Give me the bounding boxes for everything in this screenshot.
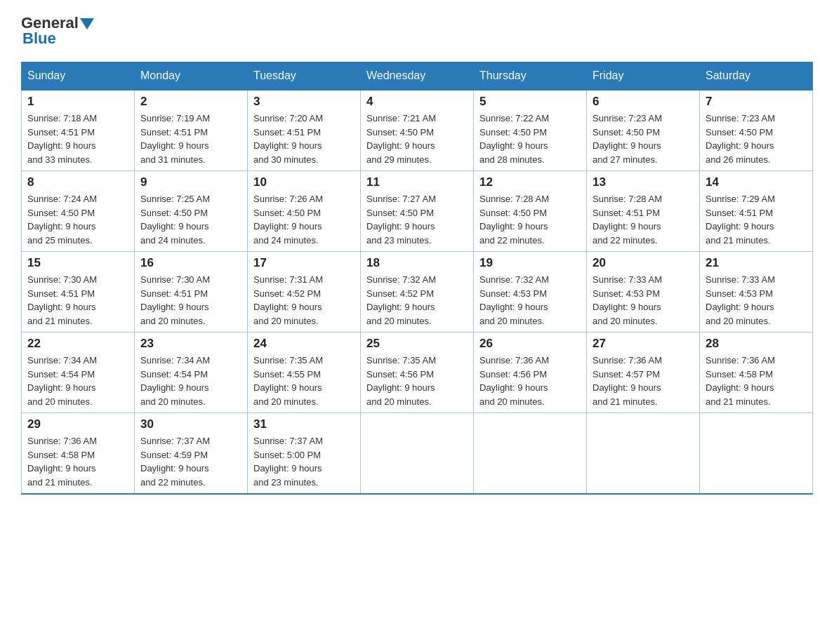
calendar-day-cell bbox=[474, 413, 587, 495]
day-number: 22 bbox=[27, 337, 128, 351]
calendar-day-cell: 25Sunrise: 7:35 AMSunset: 4:56 PMDayligh… bbox=[361, 333, 474, 413]
day-info: Sunrise: 7:27 AMSunset: 4:50 PMDaylight:… bbox=[366, 192, 468, 247]
day-number: 7 bbox=[706, 95, 807, 109]
calendar-table: SundayMondayTuesdayWednesdayThursdayFrid… bbox=[21, 62, 813, 495]
calendar-week-row: 8Sunrise: 7:24 AMSunset: 4:50 PMDaylight… bbox=[22, 171, 813, 252]
day-info: Sunrise: 7:30 AMSunset: 4:51 PMDaylight:… bbox=[27, 273, 128, 328]
weekday-header-row: SundayMondayTuesdayWednesdayThursdayFrid… bbox=[22, 62, 813, 90]
day-info: Sunrise: 7:33 AMSunset: 4:53 PMDaylight:… bbox=[593, 273, 694, 328]
calendar-day-cell bbox=[587, 413, 700, 495]
calendar-week-row: 1Sunrise: 7:18 AMSunset: 4:51 PMDaylight… bbox=[22, 90, 813, 171]
day-number: 25 bbox=[366, 337, 468, 351]
day-number: 28 bbox=[706, 337, 807, 351]
calendar-day-cell bbox=[361, 413, 474, 495]
day-number: 18 bbox=[366, 256, 468, 270]
calendar-day-cell: 18Sunrise: 7:32 AMSunset: 4:52 PMDayligh… bbox=[361, 252, 474, 333]
day-number: 29 bbox=[27, 417, 128, 431]
day-number: 27 bbox=[593, 337, 694, 351]
day-info: Sunrise: 7:18 AMSunset: 4:51 PMDaylight:… bbox=[27, 112, 128, 166]
calendar-day-cell: 14Sunrise: 7:29 AMSunset: 4:51 PMDayligh… bbox=[700, 171, 813, 252]
day-number: 3 bbox=[253, 95, 355, 109]
calendar-week-row: 15Sunrise: 7:30 AMSunset: 4:51 PMDayligh… bbox=[22, 252, 813, 333]
calendar-day-cell: 19Sunrise: 7:32 AMSunset: 4:53 PMDayligh… bbox=[474, 252, 587, 333]
day-info: Sunrise: 7:23 AMSunset: 4:50 PMDaylight:… bbox=[593, 112, 694, 166]
calendar-day-cell: 21Sunrise: 7:33 AMSunset: 4:53 PMDayligh… bbox=[700, 252, 813, 333]
day-info: Sunrise: 7:32 AMSunset: 4:53 PMDaylight:… bbox=[479, 273, 581, 328]
calendar-day-cell: 26Sunrise: 7:36 AMSunset: 4:56 PMDayligh… bbox=[474, 333, 587, 413]
calendar-day-cell: 5Sunrise: 7:22 AMSunset: 4:50 PMDaylight… bbox=[474, 90, 587, 171]
day-number: 24 bbox=[253, 337, 355, 351]
calendar-day-cell: 28Sunrise: 7:36 AMSunset: 4:58 PMDayligh… bbox=[700, 333, 813, 413]
calendar-day-cell: 7Sunrise: 7:23 AMSunset: 4:50 PMDaylight… bbox=[700, 90, 813, 171]
calendar-day-cell: 22Sunrise: 7:34 AMSunset: 4:54 PMDayligh… bbox=[22, 333, 135, 413]
calendar-day-cell: 3Sunrise: 7:20 AMSunset: 4:51 PMDaylight… bbox=[248, 90, 361, 171]
day-info: Sunrise: 7:36 AMSunset: 4:58 PMDaylight:… bbox=[27, 434, 128, 489]
day-info: Sunrise: 7:34 AMSunset: 4:54 PMDaylight:… bbox=[140, 354, 241, 408]
day-info: Sunrise: 7:31 AMSunset: 4:52 PMDaylight:… bbox=[253, 273, 355, 328]
calendar-day-cell: 24Sunrise: 7:35 AMSunset: 4:55 PMDayligh… bbox=[248, 333, 361, 413]
day-number: 10 bbox=[253, 175, 355, 189]
day-info: Sunrise: 7:36 AMSunset: 4:56 PMDaylight:… bbox=[479, 354, 581, 408]
calendar-day-cell: 11Sunrise: 7:27 AMSunset: 4:50 PMDayligh… bbox=[361, 171, 474, 252]
weekday-header-thursday: Thursday bbox=[474, 62, 587, 90]
calendar-day-cell: 2Sunrise: 7:19 AMSunset: 4:51 PMDaylight… bbox=[135, 90, 248, 171]
day-info: Sunrise: 7:36 AMSunset: 4:57 PMDaylight:… bbox=[593, 354, 694, 408]
day-info: Sunrise: 7:37 AMSunset: 5:00 PMDaylight:… bbox=[253, 434, 355, 489]
day-number: 17 bbox=[253, 256, 355, 270]
calendar-week-row: 22Sunrise: 7:34 AMSunset: 4:54 PMDayligh… bbox=[22, 333, 813, 413]
day-info: Sunrise: 7:25 AMSunset: 4:50 PMDaylight:… bbox=[140, 192, 241, 247]
day-number: 13 bbox=[593, 175, 694, 189]
calendar-day-cell: 9Sunrise: 7:25 AMSunset: 4:50 PMDaylight… bbox=[135, 171, 248, 252]
calendar-day-cell: 29Sunrise: 7:36 AMSunset: 4:58 PMDayligh… bbox=[22, 413, 135, 495]
day-info: Sunrise: 7:20 AMSunset: 4:51 PMDaylight:… bbox=[253, 112, 355, 166]
day-number: 16 bbox=[140, 256, 241, 270]
day-info: Sunrise: 7:21 AMSunset: 4:50 PMDaylight:… bbox=[366, 112, 468, 166]
calendar-day-cell: 13Sunrise: 7:28 AMSunset: 4:51 PMDayligh… bbox=[587, 171, 700, 252]
calendar-day-cell: 1Sunrise: 7:18 AMSunset: 4:51 PMDaylight… bbox=[22, 90, 135, 171]
day-number: 4 bbox=[366, 95, 468, 109]
logo-triangle-icon bbox=[80, 18, 94, 29]
calendar-day-cell: 27Sunrise: 7:36 AMSunset: 4:57 PMDayligh… bbox=[587, 333, 700, 413]
day-info: Sunrise: 7:35 AMSunset: 4:56 PMDaylight:… bbox=[366, 354, 468, 408]
day-number: 11 bbox=[366, 175, 468, 189]
logo-blue-text: Blue bbox=[21, 29, 56, 48]
day-info: Sunrise: 7:22 AMSunset: 4:50 PMDaylight:… bbox=[479, 112, 581, 166]
day-number: 6 bbox=[593, 95, 694, 109]
day-info: Sunrise: 7:28 AMSunset: 4:51 PMDaylight:… bbox=[593, 192, 694, 247]
day-number: 2 bbox=[140, 95, 241, 109]
calendar-week-row: 29Sunrise: 7:36 AMSunset: 4:58 PMDayligh… bbox=[22, 413, 813, 495]
day-info: Sunrise: 7:30 AMSunset: 4:51 PMDaylight:… bbox=[140, 273, 241, 328]
weekday-header-saturday: Saturday bbox=[700, 62, 813, 90]
day-info: Sunrise: 7:24 AMSunset: 4:50 PMDaylight:… bbox=[27, 192, 128, 247]
weekday-header-tuesday: Tuesday bbox=[248, 62, 361, 90]
day-number: 19 bbox=[479, 256, 581, 270]
calendar-day-cell: 17Sunrise: 7:31 AMSunset: 4:52 PMDayligh… bbox=[248, 252, 361, 333]
day-number: 1 bbox=[27, 95, 128, 109]
calendar-day-cell: 4Sunrise: 7:21 AMSunset: 4:50 PMDaylight… bbox=[361, 90, 474, 171]
day-number: 8 bbox=[27, 175, 128, 189]
day-number: 31 bbox=[253, 417, 355, 431]
day-info: Sunrise: 7:32 AMSunset: 4:52 PMDaylight:… bbox=[366, 273, 468, 328]
calendar-day-cell: 6Sunrise: 7:23 AMSunset: 4:50 PMDaylight… bbox=[587, 90, 700, 171]
day-number: 26 bbox=[479, 337, 581, 351]
day-info: Sunrise: 7:26 AMSunset: 4:50 PMDaylight:… bbox=[253, 192, 355, 247]
day-number: 15 bbox=[27, 256, 128, 270]
calendar-day-cell: 23Sunrise: 7:34 AMSunset: 4:54 PMDayligh… bbox=[135, 333, 248, 413]
calendar-day-cell: 20Sunrise: 7:33 AMSunset: 4:53 PMDayligh… bbox=[587, 252, 700, 333]
weekday-header-sunday: Sunday bbox=[22, 62, 135, 90]
day-info: Sunrise: 7:36 AMSunset: 4:58 PMDaylight:… bbox=[706, 354, 807, 408]
day-info: Sunrise: 7:37 AMSunset: 4:59 PMDaylight:… bbox=[140, 434, 241, 489]
calendar-day-cell: 16Sunrise: 7:30 AMSunset: 4:51 PMDayligh… bbox=[135, 252, 248, 333]
day-info: Sunrise: 7:29 AMSunset: 4:51 PMDaylight:… bbox=[706, 192, 807, 247]
page-header: General Blue bbox=[21, 14, 813, 48]
day-info: Sunrise: 7:34 AMSunset: 4:54 PMDaylight:… bbox=[27, 354, 128, 408]
day-number: 12 bbox=[479, 175, 581, 189]
day-number: 30 bbox=[140, 417, 241, 431]
day-number: 5 bbox=[479, 95, 581, 109]
day-info: Sunrise: 7:28 AMSunset: 4:50 PMDaylight:… bbox=[479, 192, 581, 247]
logo: General Blue bbox=[21, 14, 94, 48]
calendar-day-cell: 30Sunrise: 7:37 AMSunset: 4:59 PMDayligh… bbox=[135, 413, 248, 495]
day-number: 21 bbox=[706, 256, 807, 270]
day-info: Sunrise: 7:35 AMSunset: 4:55 PMDaylight:… bbox=[253, 354, 355, 408]
weekday-header-friday: Friday bbox=[587, 62, 700, 90]
